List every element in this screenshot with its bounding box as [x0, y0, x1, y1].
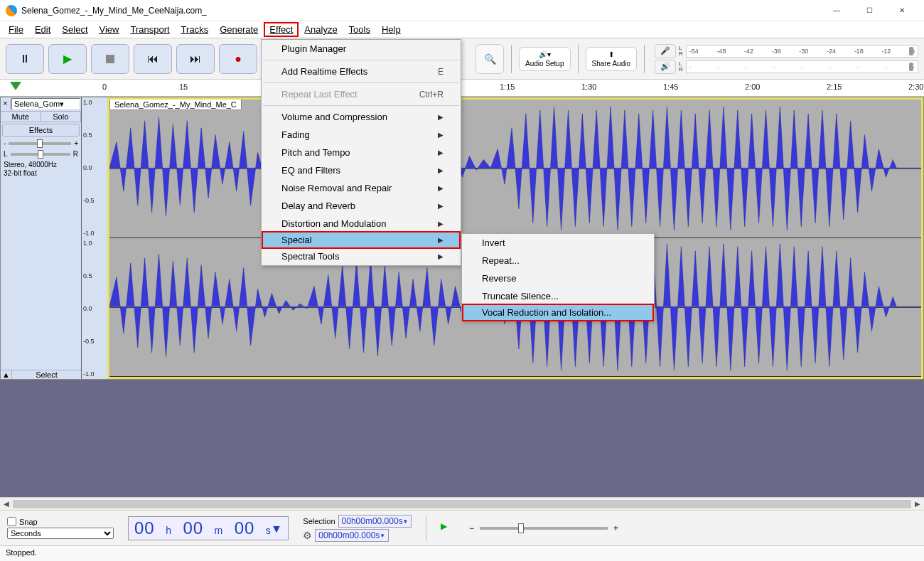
status-bar: Stopped.: [0, 545, 924, 561]
menu-file[interactable]: File: [3, 22, 29, 37]
menuitem-repeat[interactable]: Repeat...: [462, 252, 654, 269]
snap-checkbox[interactable]: Snap: [7, 517, 114, 526]
menu-generate[interactable]: Generate: [214, 22, 264, 37]
track-format-info: Stereo, 48000Hz 32-bit float: [1, 159, 81, 179]
ruler-tick: 0: [102, 82, 107, 91]
selection-start-field[interactable]: 00h00m00.000s▾: [338, 515, 412, 528]
play-button[interactable]: ▶: [48, 44, 87, 74]
menu-analyze[interactable]: Analyze: [299, 22, 343, 37]
menu-tracks[interactable]: Tracks: [176, 22, 215, 37]
menu-tools[interactable]: Tools: [343, 22, 376, 37]
menuitem-plugin-manager[interactable]: Plugin Manager: [262, 40, 461, 58]
toolbar-separator-3: [578, 45, 579, 73]
menu-help[interactable]: Help: [376, 22, 407, 37]
effect-dropdown: Plugin Manager Add Realtime EffectsE Rep…: [261, 39, 461, 266]
menu-bar: File Edit Select View Transport Tracks G…: [0, 21, 924, 38]
skip-start-button[interactable]: ⏮: [134, 44, 172, 74]
menuitem-pitch[interactable]: Pitch and Tempo▶: [262, 144, 461, 161]
meter-lr-label: LR: [679, 46, 683, 57]
minimize-button[interactable]: ―: [820, 0, 853, 21]
playback-speed-slider[interactable]: [480, 527, 608, 530]
menu-transport[interactable]: Transport: [124, 22, 175, 37]
amplitude-axis: 1.00.50.0-0.5-1.0 1.00.50.0-0.5-1.0: [82, 97, 107, 379]
mic-icon[interactable]: 🎤: [655, 44, 676, 58]
ruler-tick: 2:30: [908, 82, 923, 91]
title-bar: Selena_Gomez_-_My_Mind_Me_CeeNaija.com_ …: [0, 0, 924, 21]
menuitem-eq[interactable]: EQ and Filters▶: [262, 161, 461, 179]
track-name-field[interactable]: Selena_Gom▾: [11, 98, 80, 110]
playback-speaker-icon[interactable]: 🔊: [655, 60, 676, 74]
selection-label: Selection: [303, 517, 335, 525]
menuitem-repeat-last: Repeat Last EffectCtrl+R: [262, 85, 461, 103]
skip-end-button[interactable]: ⏭: [176, 44, 215, 74]
gear-icon[interactable]: ⚙: [303, 530, 312, 541]
toolbar-separator-2: [511, 45, 512, 73]
speaker-icon: 🔊▾: [539, 50, 551, 58]
menuitem-delay[interactable]: Delay and Reverb▶: [262, 197, 461, 215]
ruler-tick: 15: [179, 82, 188, 91]
share-icon: ⬆: [608, 50, 614, 58]
track-close-button[interactable]: ×: [1, 99, 11, 110]
pan-slider[interactable]: LR: [1, 149, 81, 159]
tempo-plus[interactable]: +: [613, 523, 618, 533]
close-button[interactable]: ✕: [886, 0, 918, 21]
pause-button[interactable]: ⏸: [6, 44, 44, 74]
menuitem-volume[interactable]: Volume and Compression▶: [262, 108, 461, 126]
app-logo-icon: [6, 5, 17, 16]
ruler-tick: 1:45: [663, 82, 678, 91]
toolbar-separator-4: [644, 45, 645, 73]
solo-button[interactable]: Solo: [41, 112, 82, 122]
selection-end-field[interactable]: 00h00m00.000s▾: [315, 529, 388, 542]
track-control-panel: × Selena_Gom▾ Mute Solo Effects -+ LR St…: [1, 97, 82, 379]
search-icon-button[interactable]: 🔍: [476, 44, 504, 74]
scroll-right-button[interactable]: ▶: [911, 500, 924, 508]
menuitem-special[interactable]: Special▶: [262, 231, 461, 249]
ruler-tick: 2:15: [827, 82, 842, 91]
maximize-button[interactable]: ☐: [853, 0, 886, 21]
ruler-tick: 1:30: [581, 82, 596, 91]
menuitem-vocal-reduction[interactable]: Vocal Reduction and Isolation...: [462, 304, 654, 321]
menu-edit[interactable]: Edit: [29, 22, 56, 37]
effects-button[interactable]: Effects: [2, 124, 80, 137]
track-select-button[interactable]: Select: [12, 370, 81, 379]
record-meter[interactable]: -54-48-42-36-30-24-18-12-6: [686, 45, 918, 58]
menuitem-distortion[interactable]: Distortion and Modulation▶: [262, 215, 461, 233]
horizontal-scrollbar[interactable]: ◀ ▶: [0, 497, 924, 510]
playhead-icon[interactable]: [10, 82, 21, 90]
time-display[interactable]: 00 h 00 m 00 s▾: [128, 516, 289, 540]
snap-units-select[interactable]: Seconds: [7, 528, 114, 539]
audio-setup-button[interactable]: 🔊▾ Audio Setup: [519, 47, 571, 71]
track-collapse-button[interactable]: ▲: [1, 370, 12, 379]
timeline-ruler[interactable]: 0 15 1:15 1:30 1:45 2:00 2:15 2:30: [0, 80, 924, 97]
playback-meter[interactable]: ·········: [686, 60, 918, 73]
mute-button[interactable]: Mute: [1, 112, 41, 122]
menuitem-noise[interactable]: Noise Removal and Repair▶: [262, 179, 461, 197]
menuitem-fading[interactable]: Fading▶: [262, 126, 461, 144]
play-at-speed-button[interactable]: ▶: [441, 521, 455, 535]
menu-effect[interactable]: Effect: [264, 22, 299, 37]
menuitem-spectral[interactable]: Spectral Tools▶: [262, 247, 461, 265]
main-toolbar: ⏸ ▶ ⏮ ⏭ ● 🔍 🔊▾ Audio Setup ⬆ Share Audio…: [0, 38, 924, 80]
ruler-tick: 1:15: [500, 82, 515, 91]
menuitem-truncate[interactable]: Truncate Silence...: [462, 287, 654, 305]
menuitem-invert[interactable]: Invert: [462, 234, 654, 252]
menu-view[interactable]: View: [94, 22, 125, 37]
clip-label[interactable]: Selena_Gomez_-_My_Mind_Me_C: [109, 99, 242, 110]
scroll-left-button[interactable]: ◀: [0, 500, 13, 508]
share-audio-button[interactable]: ⬆ Share Audio: [586, 47, 638, 71]
bottom-toolbar: Snap Seconds 00 h 00 m 00 s▾ Selection 0…: [0, 510, 924, 545]
window-title: Selena_Gomez_-_My_Mind_Me_CeeNaija.com_: [21, 6, 820, 16]
ruler-tick: 2:00: [745, 82, 760, 91]
stop-button[interactable]: [91, 44, 129, 74]
menuitem-reverse[interactable]: Reverse: [462, 269, 654, 287]
menu-select[interactable]: Select: [56, 22, 93, 37]
record-button[interactable]: ●: [219, 44, 257, 74]
tempo-minus[interactable]: −: [469, 523, 474, 533]
meter-lr-label-2: LR: [679, 61, 683, 73]
empty-track-area[interactable]: [0, 380, 924, 497]
menuitem-add-realtime[interactable]: Add Realtime EffectsE: [262, 63, 461, 80]
special-submenu: Invert Repeat... Reverse Truncate Silenc…: [461, 233, 655, 321]
gain-slider[interactable]: -+: [1, 138, 81, 149]
